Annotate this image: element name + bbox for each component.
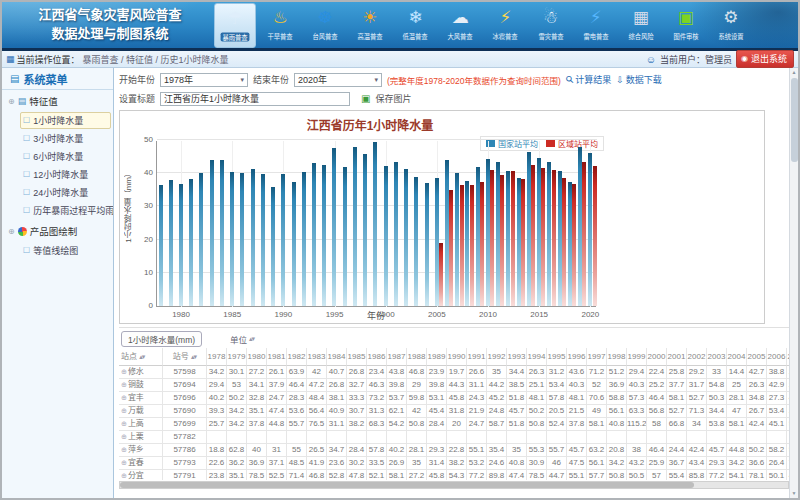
unit-sort-header[interactable]: 单位 ▴▾ [230, 333, 254, 345]
bar-regional-2019[interactable] [582, 162, 586, 306]
sidebar-item-0-3[interactable]: ☐12小时降水量 [20, 166, 111, 183]
station-cell[interactable]: ⊕宜丰 [119, 392, 163, 405]
bar-national-1982[interactable] [199, 173, 203, 306]
sidebar-item-0-1[interactable]: ☐3小时降水量 [20, 130, 111, 147]
end-year-select[interactable]: 2020年 ▾ [294, 73, 382, 87]
vertical-scrollbar[interactable]: ▲ ▼ [789, 68, 798, 498]
start-year-select[interactable]: 1978年 ▾ [160, 73, 248, 87]
station-cell[interactable]: ⊕修水 [119, 366, 163, 379]
bar-national-1988[interactable] [261, 174, 265, 306]
toolbar-item-map-review[interactable]: ▣图件审核 [665, 3, 707, 48]
bar-regional-2016[interactable] [552, 170, 556, 306]
bar-national-1985[interactable] [230, 172, 234, 306]
logout-button[interactable]: ◉ 退出系统 [736, 50, 794, 68]
expand-icon[interactable]: ⊕ [121, 381, 127, 388]
toolbar-item-low-temp-survey[interactable]: ❄低温普查 [394, 3, 436, 48]
bar-national-1992[interactable] [302, 172, 306, 306]
expand-icon[interactable]: ⊕ [121, 459, 127, 466]
bar-national-2000[interactable] [384, 166, 388, 306]
bar-national-1989[interactable] [271, 187, 275, 306]
bar-regional-2020[interactable] [593, 166, 597, 306]
station-id-cell: 57598 [163, 366, 207, 379]
bar-national-2003[interactable] [414, 177, 418, 306]
sidebar-item-0-5[interactable]: ☐历年暴雨过程平均雨量 [20, 202, 111, 219]
toolbar-item-hail-survey[interactable]: ⚡冰雹普查 [484, 3, 526, 48]
bar-national-1979[interactable] [169, 180, 173, 306]
station-column-header[interactable]: 站点 ▴▾ [119, 348, 163, 366]
station-cell[interactable]: ⊕萍乡 [119, 444, 163, 457]
bar-national-1981[interactable] [189, 179, 193, 306]
toolbar-item-rainstorm-survey[interactable]: ☂暴雨普查 [214, 3, 256, 48]
toolbar-item-gale-survey[interactable]: ☁大风普查 [439, 3, 481, 48]
station-id-column-header[interactable]: 站号 ▴▾ [163, 348, 207, 366]
bar-regional-2011[interactable] [500, 175, 504, 306]
toolbar-item-high-temp-survey[interactable]: ☀高温普查 [349, 3, 391, 48]
toolbar-item-snow-survey[interactable]: ☃雪灾普查 [530, 3, 572, 48]
sidebar-item-0-4[interactable]: ☐24小时降水量 [20, 184, 111, 201]
station-cell[interactable]: ⊕万载 [119, 405, 163, 418]
bar-regional-2009[interactable] [480, 182, 484, 307]
bar-regional-2014[interactable] [531, 165, 535, 306]
expand-icon[interactable]: ⊕ [121, 407, 127, 414]
bar-national-1994[interactable] [322, 165, 326, 306]
bar-national-2001[interactable] [394, 162, 398, 306]
bar-national-2002[interactable] [404, 169, 408, 306]
bar-national-1978[interactable] [159, 185, 163, 306]
toolbar-item-combined-risk[interactable]: ▦综合风险 [620, 3, 662, 48]
station-cell[interactable]: ⊕宜春 [119, 457, 163, 470]
expand-icon[interactable]: ⊕ [121, 368, 127, 375]
bar-national-1996[interactable] [343, 167, 347, 306]
scroll-down-arrow[interactable]: ▼ [792, 489, 797, 498]
sidebar-item-0-2[interactable]: ☐6小时降水量 [20, 148, 111, 165]
bar-national-1980[interactable] [179, 184, 183, 306]
toolbar-item-drought-survey[interactable]: ♨干旱普查 [259, 3, 301, 48]
bar-regional-2018[interactable] [572, 184, 576, 306]
bar-national-1991[interactable] [292, 182, 296, 307]
scroll-up-arrow[interactable]: ▲ [792, 68, 797, 77]
bar-national-2004[interactable] [425, 183, 429, 307]
breadcrumb[interactable]: 暴雨普查 / 特征值 / 历史1小时降水量 [83, 53, 229, 66]
station-cell[interactable]: ⊕铜鼓 [119, 379, 163, 392]
expand-icon[interactable]: ⊕ [121, 472, 127, 479]
calc-result-button[interactable]: ⚲ 计算结果 [566, 73, 611, 86]
chart-title-input[interactable] [160, 92, 350, 106]
bar-national-1993[interactable] [312, 163, 316, 306]
station-cell[interactable]: ⊕上栗 [119, 431, 163, 444]
bar-regional-2006[interactable] [449, 190, 453, 306]
bar-national-1998[interactable] [363, 154, 367, 306]
data-download-button[interactable]: ⇩ 数据下载 [616, 73, 662, 86]
expand-icon[interactable]: ⊕ [121, 446, 127, 453]
bar-regional-2010[interactable] [490, 170, 494, 306]
toolbar-item-system-settings[interactable]: ⚙系统设置 [710, 3, 752, 48]
scrollbar-thumb[interactable] [120, 482, 694, 488]
bar-regional-2008[interactable] [470, 185, 474, 306]
bar-national-1987[interactable] [251, 169, 255, 306]
station-cell[interactable]: ⊕上高 [119, 418, 163, 431]
bar-national-1997[interactable] [353, 147, 357, 306]
station-cell[interactable]: ⊕分宜 [119, 470, 163, 480]
sidebar-item-0-0[interactable]: ☐1小时降水量 [20, 112, 111, 129]
save-image-button[interactable]: 保存图片 [375, 92, 411, 105]
bar-regional-2007[interactable] [460, 185, 464, 307]
bar-national-1990[interactable] [281, 174, 285, 306]
sidebar-item-1-0[interactable]: ☐等值线绘图 [20, 242, 111, 259]
bar-regional-2017[interactable] [562, 178, 566, 306]
bar-national-1984[interactable] [220, 160, 224, 306]
horizontal-scrollbar[interactable] [119, 481, 789, 489]
bar-regional-2005[interactable] [439, 243, 443, 306]
bar-national-1986[interactable] [240, 173, 244, 306]
expand-icon[interactable]: ⊕ [121, 433, 127, 440]
bar-regional-2013[interactable] [521, 179, 525, 306]
expand-icon[interactable]: ⊕ [121, 394, 127, 401]
toolbar-item-lightning-survey[interactable]: ⚡雷电普查 [575, 3, 617, 48]
bar-national-1983[interactable] [210, 160, 214, 306]
bar-regional-2015[interactable] [541, 168, 545, 306]
bar-national-1999[interactable] [373, 142, 377, 306]
bar-national-1995[interactable] [332, 148, 336, 306]
sidebar-group-0[interactable]: ⊕▤特征值 [2, 90, 113, 111]
bar-regional-2012[interactable] [511, 171, 515, 306]
expand-icon[interactable]: ⊕ [121, 420, 127, 427]
sidebar-group-1[interactable]: ⊕产品图绘制 [2, 220, 113, 241]
toolbar-item-typhoon-survey[interactable]: ☸台风普查 [304, 3, 346, 48]
scrollbar-thumb[interactable] [791, 78, 798, 162]
